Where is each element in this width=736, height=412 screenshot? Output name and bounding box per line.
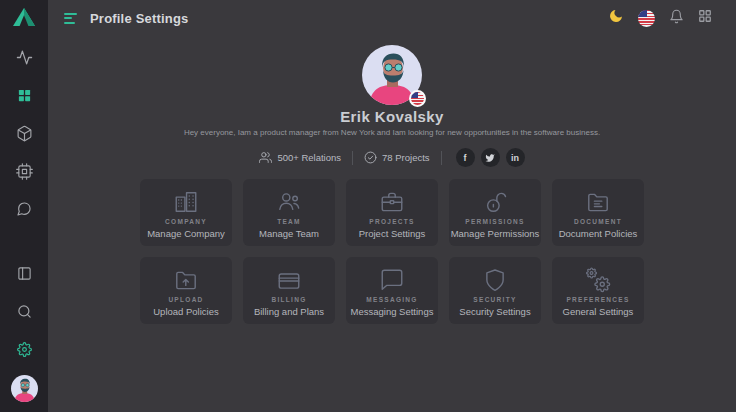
sidebar-item-panels[interactable]	[15, 264, 33, 282]
search-icon	[17, 304, 32, 319]
card-projects[interactable]: PROJECTS Project Settings	[346, 179, 438, 246]
cpu-chip-icon	[16, 163, 33, 180]
profile-content: Erik Kovalsky Hey everyone, Iam a produc…	[48, 36, 736, 324]
facebook-icon: f	[464, 153, 467, 163]
layout-panel-icon	[17, 266, 32, 281]
stats-divider	[352, 151, 353, 165]
card-team[interactable]: TEAM Manage Team	[243, 179, 335, 246]
sidebar-item-activity[interactable]	[15, 48, 33, 66]
card-upload[interactable]: UPLOAD Upload Policies	[140, 257, 232, 324]
sidebar-item-messages[interactable]	[15, 200, 33, 218]
preferences-icon	[585, 266, 611, 293]
package-box-icon	[16, 125, 33, 142]
app-root: Profile Settings	[0, 0, 736, 412]
security-icon	[482, 266, 508, 293]
twitter-button[interactable]	[481, 148, 500, 167]
stat-projects-label: 78 Projects	[382, 152, 430, 163]
social-links: f in	[456, 148, 525, 167]
country-flag-badge	[409, 90, 426, 107]
messaging-icon	[379, 266, 405, 293]
card-company[interactable]: COMPANY Manage Company	[140, 179, 232, 246]
stat-projects: 78 Projects	[364, 151, 430, 164]
card-permissions[interactable]: PERMISSIONS Manage Permissions	[449, 179, 541, 246]
profile-bio: Hey everyone, Iam a product manager from…	[48, 128, 736, 137]
activity-icon	[16, 49, 33, 66]
stat-relations-label: 500+ Relations	[277, 152, 341, 163]
card-document[interactable]: DOCUMENT Document Policies	[552, 179, 644, 246]
sidebar-item-dashboard[interactable]	[15, 86, 33, 104]
profile-stats-row: 500+ Relations 78 Projects f in	[48, 148, 736, 167]
notifications-bell-icon[interactable]	[669, 9, 684, 28]
sidebar-item-packages[interactable]	[15, 124, 33, 142]
dark-mode-moon-icon[interactable]	[608, 8, 624, 28]
stat-relations: 500+ Relations	[259, 151, 341, 164]
dashboard-grid-icon	[17, 88, 32, 103]
sidebar-item-search[interactable]	[15, 302, 33, 320]
menu-toggle-icon[interactable]	[64, 13, 77, 24]
card-security[interactable]: SECURITY Security Settings	[449, 257, 541, 324]
stats-divider	[441, 151, 442, 165]
top-bar: Profile Settings	[48, 0, 736, 36]
facebook-button[interactable]: f	[456, 148, 475, 167]
profile-name: Erik Kovalsky	[48, 108, 736, 125]
permissions-icon	[482, 188, 508, 215]
team-icon	[276, 188, 302, 215]
topbar-actions	[608, 8, 712, 28]
main-area: Profile Settings	[48, 0, 736, 412]
linkedin-icon: in	[511, 153, 519, 163]
people-icon	[259, 151, 272, 164]
apps-grid-icon[interactable]	[698, 9, 712, 27]
gear-icon	[17, 342, 32, 357]
sidebar	[0, 0, 48, 412]
sidebar-item-system[interactable]	[15, 162, 33, 180]
settings-card-grid: COMPANY Manage Company TEAM Manage Team …	[140, 179, 644, 324]
sidebar-user-avatar[interactable]	[11, 375, 38, 402]
check-circle-icon	[364, 151, 377, 164]
document-icon	[585, 188, 611, 215]
card-billing[interactable]: BILLING Billing and Plans	[243, 257, 335, 324]
card-messaging[interactable]: MESSAGING Messaging Settings	[346, 257, 438, 324]
app-logo-icon[interactable]	[12, 7, 36, 27]
page-title: Profile Settings	[90, 11, 189, 26]
upload-icon	[173, 266, 199, 293]
company-icon	[173, 188, 199, 215]
linkedin-button[interactable]: in	[506, 148, 525, 167]
twitter-icon	[485, 153, 495, 163]
profile-avatar	[362, 45, 422, 105]
billing-icon	[276, 266, 302, 293]
sidebar-item-settings[interactable]	[15, 340, 33, 358]
chat-bubble-icon	[16, 201, 32, 217]
language-flag-icon[interactable]	[638, 10, 655, 27]
card-preferences[interactable]: PREFERENCES General Settings	[552, 257, 644, 324]
projects-icon	[379, 188, 405, 215]
